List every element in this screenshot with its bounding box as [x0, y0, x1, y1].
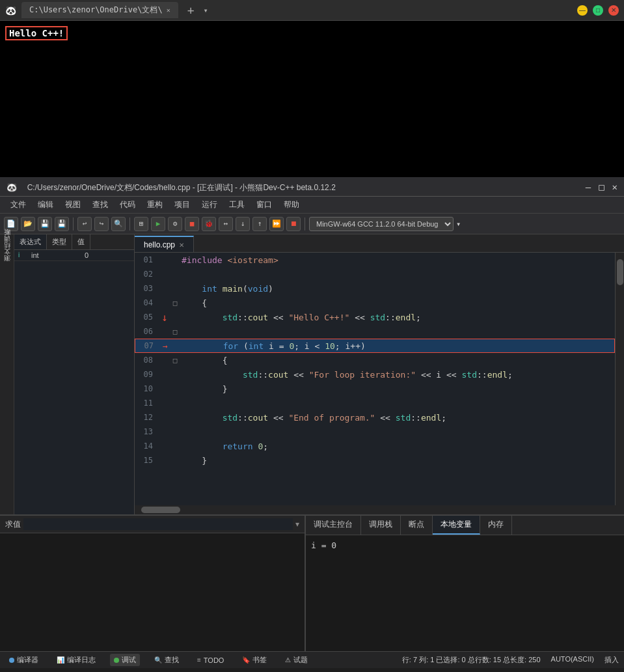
menu-refactor[interactable]: 重构 — [142, 197, 168, 212]
eval-content-area — [0, 533, 305, 651]
toolbar-step-out[interactable]: ↑ — [252, 217, 267, 231]
toolbar-redo[interactable]: ↪ — [94, 217, 109, 231]
status-tab-problem[interactable]: ⚠ 试题 — [281, 654, 312, 666]
debug-content-area: i = 0 — [306, 535, 624, 651]
toolbar-step-over[interactable]: ↔ — [219, 217, 233, 231]
menu-code[interactable]: 代码 — [115, 197, 141, 212]
line-content-09: std::cout << "For loop iteration:" << i … — [179, 370, 615, 380]
toolbar-open[interactable]: 📂 — [21, 217, 35, 231]
toolbar-continue[interactable]: ⏩ — [269, 217, 284, 231]
code-line-12: 12 std::cout << "End of program." << std… — [135, 410, 615, 425]
menu-project[interactable]: 项目 — [169, 197, 195, 212]
status-tab-compilelog-label: 编译日志 — [67, 655, 96, 665]
ide-close-button[interactable]: ✕ — [612, 182, 617, 192]
close-button[interactable]: ✕ — [608, 5, 619, 16]
status-tab-compiler-label: 编译器 — [17, 655, 38, 665]
status-tab-debug[interactable]: 调试 — [110, 654, 140, 666]
tab-dropdown[interactable]: ▾ — [204, 6, 208, 15]
title-tab-label: C:\Users\zenor\OneDrive\文档\ — [29, 5, 163, 16]
toolbar-save[interactable]: 💾 — [38, 217, 52, 231]
eval-input-field[interactable] — [23, 518, 293, 530]
sidebar-label-text[interactable]: 文 — [1, 258, 13, 263]
menu-run[interactable]: 运行 — [197, 197, 223, 212]
toolbar-compile[interactable]: ⚙ — [168, 217, 182, 231]
menu-help[interactable]: 帮助 — [278, 197, 305, 212]
toolbar-new[interactable]: 📄 — [4, 217, 18, 231]
menu-find[interactable]: 查找 — [87, 197, 113, 212]
title-tab-close[interactable]: ✕ — [167, 7, 170, 14]
toolbar-undo[interactable]: ↩ — [77, 217, 92, 231]
debug-tab-console[interactable]: 调试主控台 — [306, 516, 361, 535]
h-scrollbar-thumb[interactable] — [141, 507, 180, 513]
toolbar-windows[interactable]: ⊞ — [134, 217, 148, 231]
status-tab-todo[interactable]: ≡ TODO — [193, 655, 228, 665]
watch-tab-expr[interactable]: 表达式 — [14, 234, 47, 249]
status-tab-find[interactable]: 🔍 查找 — [150, 654, 183, 666]
menu-window[interactable]: 窗口 — [251, 197, 277, 212]
editor-tab-hellocpp[interactable]: hello.cpp ✕ — [135, 236, 194, 252]
toolbar-debug[interactable]: 🐞 — [202, 217, 216, 231]
ide-minimize-button[interactable]: — — [586, 182, 591, 192]
eval-dropdown-arrow[interactable]: ▾ — [295, 520, 299, 529]
ide-titlebar: 🐼 C:/Users/zenor/OneDrive/文档/Codes/hello… — [0, 177, 624, 197]
status-tab-todo-label: TODO — [204, 656, 224, 664]
sidebar-label-result[interactable]: 结 — [1, 251, 13, 257]
maximize-button[interactable]: □ — [593, 5, 603, 16]
watch-tab-type[interactable]: 类型 — [47, 234, 72, 249]
sidebar-label-debug[interactable]: 调 — [1, 245, 13, 250]
line-arrow-07: → — [159, 341, 172, 351]
toolbar-run[interactable]: ▶ — [151, 217, 165, 231]
menu-edit[interactable]: 编辑 — [33, 197, 59, 212]
toolbar-find[interactable]: 🔍 — [111, 217, 126, 231]
editor-tab-close[interactable]: ✕ — [179, 242, 184, 249]
editor-area: hello.cpp ✕ 01 #include <iostream> 02 — [135, 234, 624, 514]
status-dot-debug — [114, 658, 119, 663]
code-line-05: 05 ↓ std::cout << "Hello C++!" << std::e… — [135, 310, 615, 324]
menu-view[interactable]: 视图 — [60, 197, 86, 212]
debug-tab-locals[interactable]: 本地变量 — [433, 516, 480, 535]
code-line-14: 14 return 0; — [135, 439, 615, 453]
watch-header: 表达式 类型 值 — [14, 234, 134, 250]
status-tab-compilelog[interactable]: 📊 编译日志 — [53, 654, 100, 666]
scrollbar-thumb[interactable] — [617, 259, 623, 285]
line-num-07: 07 — [135, 341, 159, 350]
debug-tab-callstack[interactable]: 调用栈 — [361, 516, 401, 535]
menu-file[interactable]: 文件 — [5, 197, 31, 212]
status-tab-compiler[interactable]: 编译器 — [5, 654, 42, 666]
debug-tab-memory[interactable]: 内存 — [480, 516, 512, 535]
minimize-button[interactable]: — — [577, 5, 588, 16]
toolbar-stop-debug[interactable]: ⏹ — [286, 217, 301, 231]
code-editor[interactable]: 01 #include <iostream> 02 03 — [135, 253, 615, 505]
line-arrow-05: ↓ — [158, 311, 171, 324]
status-tab-bookmark-label: 书签 — [252, 655, 267, 665]
compiler-selector[interactable]: MinGW-w64 GCC 11.2.0 64-bit Debug — [309, 217, 454, 231]
editor-scrollbar-right[interactable] — [615, 253, 624, 505]
title-tab[interactable]: C:\Users\zenor\OneDrive\文档\ ✕ — [21, 2, 178, 18]
watch-cell-type: int — [27, 250, 81, 260]
code-line-09: 09 std::cout << "For loop iteration:" <<… — [135, 367, 615, 382]
menu-tools[interactable]: 工具 — [224, 197, 250, 212]
line-num-01: 01 — [135, 255, 158, 264]
line-content-14: return 0; — [179, 441, 615, 451]
toolbar-step-in[interactable]: ↓ — [236, 217, 250, 231]
toolbar-saveas[interactable]: 💾 — [55, 217, 69, 231]
ide-maximize-button[interactable]: □ — [599, 182, 604, 192]
sidebar-label-breakpoints[interactable]: 断 — [1, 238, 13, 244]
fold-04: □ — [171, 299, 179, 307]
new-tab-button[interactable]: + — [183, 3, 198, 17]
code-line-01: 01 #include <iostream> — [135, 253, 615, 267]
toolbar-stop[interactable]: ■ — [185, 217, 199, 231]
line-num-15: 15 — [135, 456, 158, 465]
menu-bar: 文件 编辑 视图 查找 代码 重构 项目 运行 工具 窗口 帮助 — [0, 197, 624, 214]
watch-cell-value: 0 — [81, 250, 134, 260]
os-title-bar: 🐼 C:\Users\zenor\OneDrive\文档\ ✕ + ▾ — □ … — [0, 0, 624, 21]
status-tab-bookmark[interactable]: 🔖 书签 — [238, 654, 271, 666]
watch-tab-value[interactable]: 值 — [72, 234, 90, 249]
code-scroll[interactable]: 01 #include <iostream> 02 03 — [135, 253, 615, 505]
editor-scrollbar-bottom[interactable] — [135, 505, 624, 514]
sidebar-label-test[interactable]: 测 — [1, 264, 13, 270]
compiler-dropdown-arrow[interactable]: ▾ — [456, 219, 461, 229]
line-content-04: { — [179, 298, 615, 308]
code-line-15: 15 } — [135, 453, 615, 468]
debug-tab-breakpoints[interactable]: 断点 — [401, 516, 433, 535]
